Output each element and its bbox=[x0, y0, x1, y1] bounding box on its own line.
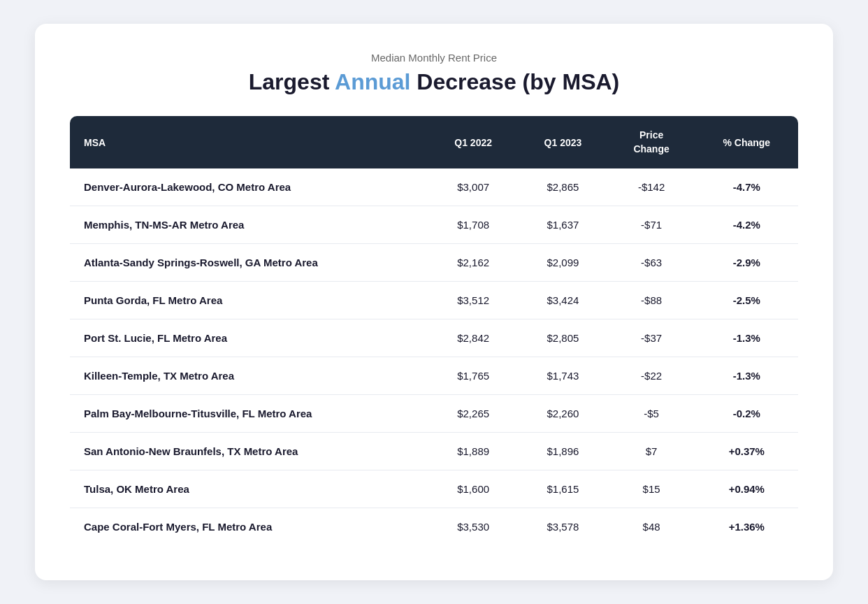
cell-price-change: $15 bbox=[608, 470, 695, 508]
cell-price-change: -$37 bbox=[608, 319, 695, 357]
cell-pct-change: +0.37% bbox=[695, 433, 798, 470]
cell-q1-2023: $2,260 bbox=[518, 395, 607, 433]
cell-pct-change: -2.9% bbox=[695, 244, 798, 282]
cell-pct-change: -4.2% bbox=[695, 206, 798, 244]
cell-q1-2023: $1,637 bbox=[518, 206, 607, 244]
cell-q1-2023: $2,865 bbox=[518, 168, 607, 206]
cell-pct-change: -1.3% bbox=[695, 319, 798, 357]
data-table: MSA Q1 2022 Q1 2023 PriceChange % Change… bbox=[70, 116, 798, 545]
subtitle: Median Monthly Rent Price bbox=[70, 52, 798, 64]
table-row: Cape Coral-Fort Myers, FL Metro Area$3,5… bbox=[70, 508, 798, 546]
table-row: Atlanta-Sandy Springs-Roswell, GA Metro … bbox=[70, 244, 798, 282]
col-q1-2023: Q1 2023 bbox=[518, 116, 607, 168]
cell-msa: Port St. Lucie, FL Metro Area bbox=[70, 319, 428, 357]
cell-pct-change: -1.3% bbox=[695, 357, 798, 395]
cell-price-change: -$71 bbox=[608, 206, 695, 244]
table-row: Tulsa, OK Metro Area$1,600$1,615$15+0.94… bbox=[70, 470, 798, 508]
table-row: Memphis, TN-MS-AR Metro Area$1,708$1,637… bbox=[70, 206, 798, 244]
cell-pct-change: -4.7% bbox=[695, 168, 798, 206]
cell-q1-2022: $1,889 bbox=[428, 433, 518, 470]
cell-q1-2022: $3,007 bbox=[428, 168, 518, 206]
title-highlight: Annual bbox=[335, 69, 410, 94]
main-title: Largest Annual Decrease (by MSA) bbox=[70, 69, 798, 95]
cell-q1-2022: $2,162 bbox=[428, 244, 518, 282]
cell-q1-2022: $1,600 bbox=[428, 470, 518, 508]
cell-msa: Punta Gorda, FL Metro Area bbox=[70, 282, 428, 319]
cell-msa: San Antonio-New Braunfels, TX Metro Area bbox=[70, 433, 428, 470]
cell-msa: Killeen-Temple, TX Metro Area bbox=[70, 357, 428, 395]
col-q1-2022: Q1 2022 bbox=[428, 116, 518, 168]
cell-q1-2023: $1,615 bbox=[518, 470, 607, 508]
cell-q1-2023: $1,896 bbox=[518, 433, 607, 470]
table-row: San Antonio-New Braunfels, TX Metro Area… bbox=[70, 433, 798, 470]
col-price-change: PriceChange bbox=[608, 116, 695, 168]
cell-q1-2023: $2,805 bbox=[518, 319, 607, 357]
cell-pct-change: -0.2% bbox=[695, 395, 798, 433]
cell-price-change: -$63 bbox=[608, 244, 695, 282]
cell-q1-2022: $2,265 bbox=[428, 395, 518, 433]
cell-price-change: $7 bbox=[608, 433, 695, 470]
col-msa: MSA bbox=[70, 116, 428, 168]
cell-msa: Tulsa, OK Metro Area bbox=[70, 470, 428, 508]
table-row: Port St. Lucie, FL Metro Area$2,842$2,80… bbox=[70, 319, 798, 357]
cell-msa: Atlanta-Sandy Springs-Roswell, GA Metro … bbox=[70, 244, 428, 282]
cell-msa: Palm Bay-Melbourne-Titusville, FL Metro … bbox=[70, 395, 428, 433]
cell-price-change: $48 bbox=[608, 508, 695, 546]
table-row: Palm Bay-Melbourne-Titusville, FL Metro … bbox=[70, 395, 798, 433]
table-header-row: MSA Q1 2022 Q1 2023 PriceChange % Change bbox=[70, 116, 798, 168]
cell-q1-2023: $3,578 bbox=[518, 508, 607, 546]
cell-price-change: -$142 bbox=[608, 168, 695, 206]
table-row: Killeen-Temple, TX Metro Area$1,765$1,74… bbox=[70, 357, 798, 395]
title-plain: Largest bbox=[249, 69, 335, 94]
cell-q1-2023: $3,424 bbox=[518, 282, 607, 319]
cell-q1-2022: $1,765 bbox=[428, 357, 518, 395]
cell-pct-change: +1.36% bbox=[695, 508, 798, 546]
cell-pct-change: -2.5% bbox=[695, 282, 798, 319]
cell-price-change: -$5 bbox=[608, 395, 695, 433]
cell-q1-2022: $3,512 bbox=[428, 282, 518, 319]
cell-q1-2023: $1,743 bbox=[518, 357, 607, 395]
table-row: Punta Gorda, FL Metro Area$3,512$3,424-$… bbox=[70, 282, 798, 319]
cell-msa: Cape Coral-Fort Myers, FL Metro Area bbox=[70, 508, 428, 546]
cell-msa: Denver-Aurora-Lakewood, CO Metro Area bbox=[70, 168, 428, 206]
cell-price-change: -$88 bbox=[608, 282, 695, 319]
cell-q1-2022: $3,530 bbox=[428, 508, 518, 546]
cell-q1-2022: $1,708 bbox=[428, 206, 518, 244]
cell-pct-change: +0.94% bbox=[695, 470, 798, 508]
main-card: Median Monthly Rent Price Largest Annual… bbox=[35, 24, 833, 580]
cell-q1-2022: $2,842 bbox=[428, 319, 518, 357]
table-row: Denver-Aurora-Lakewood, CO Metro Area$3,… bbox=[70, 168, 798, 206]
title-rest: Decrease (by MSA) bbox=[410, 69, 619, 94]
cell-q1-2023: $2,099 bbox=[518, 244, 607, 282]
col-pct-change: % Change bbox=[695, 116, 798, 168]
cell-price-change: -$22 bbox=[608, 357, 695, 395]
cell-msa: Memphis, TN-MS-AR Metro Area bbox=[70, 206, 428, 244]
